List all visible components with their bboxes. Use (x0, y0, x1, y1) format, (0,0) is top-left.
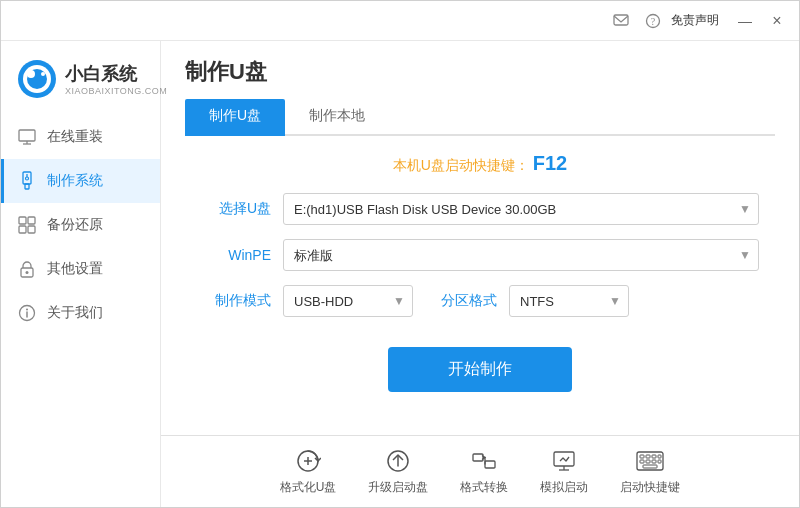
backup-icon (17, 215, 37, 235)
svg-rect-36 (646, 455, 650, 458)
logo-subtitle: XIAOBAIXITONG.COM (65, 86, 167, 96)
svg-rect-37 (652, 455, 656, 458)
svg-rect-30 (485, 461, 495, 468)
svg-rect-35 (640, 455, 644, 458)
svg-rect-8 (19, 130, 35, 141)
svg-point-23 (26, 309, 28, 311)
mode-partition-row: 制作模式 USB-HDD USB-ZIP USB-FDD ▼ 分区格式 NTFS (201, 285, 759, 317)
sidebar-item-backup-restore[interactable]: 备份还原 (1, 203, 160, 247)
sidebar-item-label-online-reinstall: 在线重装 (47, 128, 103, 146)
logo-title: 小白系统 (65, 62, 167, 86)
sidebar-item-about-us[interactable]: 关于我们 (1, 291, 160, 335)
tool-boot-shortcut[interactable]: 启动快捷键 (620, 447, 680, 496)
sidebar-item-label-backup-restore: 备份还原 (47, 216, 103, 234)
main-window: ? 免责声明 — × (0, 0, 800, 508)
lock-icon (17, 259, 37, 279)
sidebar-item-other-settings[interactable]: 其他设置 (1, 247, 160, 291)
format-icon (294, 447, 322, 475)
tool-simulate-boot-label: 模拟启动 (540, 479, 588, 496)
upload-icon (384, 447, 412, 475)
tool-upgrade-boot[interactable]: 升级启动盘 (368, 447, 428, 496)
tab-bar: 制作U盘 制作本地 (185, 99, 775, 136)
usb-row: 选择U盘 E:(hd1)USB Flash Disk USB Device 30… (201, 193, 759, 225)
usb-icon (17, 171, 37, 191)
convert-icon (470, 447, 498, 475)
tool-format-usb[interactable]: 格式化U盘 (280, 447, 337, 496)
start-btn-row: 开始制作 (201, 347, 759, 392)
help-icon[interactable]: ? (639, 7, 667, 35)
tool-format-convert-label: 格式转换 (460, 479, 508, 496)
svg-rect-40 (652, 460, 656, 463)
close-button[interactable]: × (763, 7, 791, 35)
winpe-select-wrapper: 标准版 微PE 老毛桃 ▼ (283, 239, 759, 271)
titlebar: ? 免责声明 — × (1, 1, 799, 41)
tool-boot-shortcut-label: 启动快捷键 (620, 479, 680, 496)
start-button[interactable]: 开始制作 (388, 347, 572, 392)
svg-point-20 (26, 271, 29, 274)
tool-format-usb-label: 格式化U盘 (280, 479, 337, 496)
svg-rect-15 (19, 217, 26, 224)
tab-make-usb[interactable]: 制作U盘 (185, 99, 285, 136)
logo-area: 小白系统 XIAOBAIXITONG.COM (1, 51, 160, 115)
bottom-toolbar: 格式化U盘 升级启动盘 (161, 435, 799, 507)
svg-point-14 (26, 177, 29, 180)
sidebar-item-label-other-settings: 其他设置 (47, 260, 103, 278)
main-layout: 小白系统 XIAOBAIXITONG.COM 在线重装 (1, 41, 799, 507)
shortcut-key: F12 (533, 152, 567, 174)
partition-select[interactable]: NTFS FAT32 exFAT (509, 285, 629, 317)
logo-icon (17, 59, 57, 99)
svg-point-7 (41, 72, 45, 76)
tab-make-local[interactable]: 制作本地 (285, 99, 389, 136)
partition-label: 分区格式 (441, 292, 497, 310)
form-area: 本机U盘启动快捷键： F12 选择U盘 E:(hd1)USB Flash Dis… (161, 136, 799, 435)
free-declaration-label[interactable]: 免责声明 (671, 12, 719, 29)
svg-rect-38 (640, 460, 644, 463)
winpe-label: WinPE (201, 247, 271, 263)
tool-upgrade-boot-label: 升级启动盘 (368, 479, 428, 496)
keyboard-icon (636, 447, 664, 475)
svg-rect-18 (28, 226, 35, 233)
svg-rect-11 (23, 172, 31, 184)
mode-select-wrapper: USB-HDD USB-ZIP USB-FDD ▼ (283, 285, 413, 317)
tool-format-convert[interactable]: 格式转换 (460, 447, 508, 496)
tool-simulate-boot[interactable]: 模拟启动 (540, 447, 588, 496)
info-icon (17, 303, 37, 323)
logo-text-area: 小白系统 XIAOBAIXITONG.COM (65, 62, 167, 96)
shortcut-hint: 本机U盘启动快捷键： F12 (201, 152, 759, 175)
svg-rect-17 (19, 226, 26, 233)
sidebar-item-online-reinstall[interactable]: 在线重装 (1, 115, 160, 159)
partition-select-wrapper: NTFS FAT32 exFAT ▼ (509, 285, 629, 317)
svg-text:?: ? (651, 16, 656, 27)
winpe-row: WinPE 标准版 微PE 老毛桃 ▼ (201, 239, 759, 271)
active-bar (1, 159, 4, 203)
minimize-button[interactable]: — (731, 7, 759, 35)
monitor-icon (17, 127, 37, 147)
content-area: 制作U盘 制作U盘 制作本地 本机U盘启动快捷键： F12 选择U盘 E:(hd… (161, 41, 799, 507)
svg-rect-29 (473, 454, 483, 461)
titlebar-right: ? 免责声明 — × (607, 7, 791, 35)
usb-label: 选择U盘 (201, 200, 271, 218)
mode-label: 制作模式 (201, 292, 271, 310)
svg-rect-16 (28, 217, 35, 224)
content-header: 制作U盘 制作U盘 制作本地 (161, 41, 799, 136)
svg-rect-41 (643, 465, 657, 468)
sidebar-item-make-system[interactable]: 制作系统 (1, 159, 160, 203)
shortcut-hint-text: 本机U盘启动快捷键： (393, 157, 529, 173)
winpe-select[interactable]: 标准版 微PE 老毛桃 (283, 239, 759, 271)
svg-rect-43 (658, 460, 661, 463)
svg-rect-12 (25, 184, 29, 189)
feedback-icon[interactable] (607, 7, 635, 35)
svg-rect-42 (658, 455, 661, 458)
simulate-icon (550, 447, 578, 475)
svg-point-6 (27, 70, 35, 78)
sidebar-item-label-about-us: 关于我们 (47, 304, 103, 322)
svg-rect-0 (614, 15, 628, 25)
sidebar-item-label-make-system: 制作系统 (47, 172, 103, 190)
page-title: 制作U盘 (185, 57, 775, 87)
mode-select[interactable]: USB-HDD USB-ZIP USB-FDD (283, 285, 413, 317)
usb-select[interactable]: E:(hd1)USB Flash Disk USB Device 30.00GB (283, 193, 759, 225)
usb-select-wrapper: E:(hd1)USB Flash Disk USB Device 30.00GB… (283, 193, 759, 225)
sidebar: 小白系统 XIAOBAIXITONG.COM 在线重装 (1, 41, 161, 507)
svg-rect-39 (646, 460, 650, 463)
